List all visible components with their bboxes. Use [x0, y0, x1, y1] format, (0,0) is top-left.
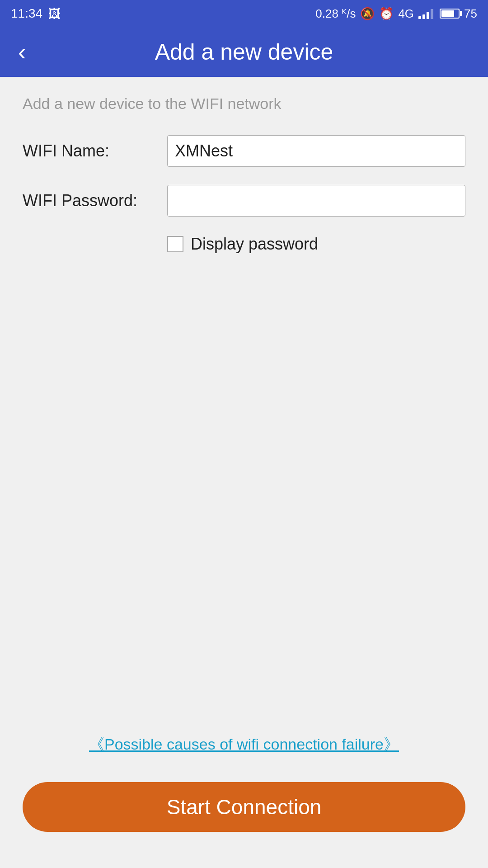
status-bar: 11:34 🖼 0.28 ᴷ/s 🔕 ⏰ 4G 75: [0, 0, 488, 27]
screenshot-icon: 🖼: [48, 6, 61, 21]
display-password-checkbox-container[interactable]: Display password: [167, 235, 318, 254]
wifi-name-input[interactable]: [167, 135, 465, 167]
status-left: 11:34 🖼: [11, 6, 61, 21]
back-button[interactable]: ‹: [14, 36, 30, 68]
mute-icon: 🔕: [360, 7, 375, 21]
subtitle: Add a new device to the WIFI network: [23, 95, 465, 113]
wifi-name-row: WIFI Name:: [23, 135, 465, 167]
status-right: 0.28 ᴷ/s 🔕 ⏰ 4G 75: [315, 7, 477, 21]
status-time: 11:34: [11, 6, 42, 21]
wifi-name-label: WIFI Name:: [23, 142, 167, 160]
display-password-checkbox[interactable]: [167, 236, 183, 252]
form-section: WIFI Name: WIFI Password: Display passwo…: [23, 135, 465, 267]
display-password-label: Display password: [191, 235, 318, 254]
main-content: Add a new device to the WIFI network WIF…: [0, 77, 488, 868]
network-speed: 0.28 ᴷ/s: [315, 7, 356, 21]
battery-level: 75: [464, 7, 477, 21]
alarm-icon: ⏰: [379, 7, 394, 21]
wifi-password-row: WIFI Password:: [23, 185, 465, 217]
header: ‹ Add a new device: [0, 27, 488, 77]
wifi-password-label: WIFI Password:: [23, 191, 167, 210]
network-type-label: 4G: [398, 7, 414, 21]
wifi-failure-link[interactable]: 《Possible causes of wifi connection fail…: [23, 734, 465, 755]
signal-icon: [418, 8, 433, 19]
display-password-row: Display password: [167, 235, 465, 254]
page-title: Add a new device: [155, 39, 333, 65]
spacer: [23, 267, 465, 734]
start-connection-button[interactable]: Start Connection: [23, 782, 465, 832]
wifi-password-input[interactable]: [167, 185, 465, 217]
battery-icon: [440, 9, 460, 19]
